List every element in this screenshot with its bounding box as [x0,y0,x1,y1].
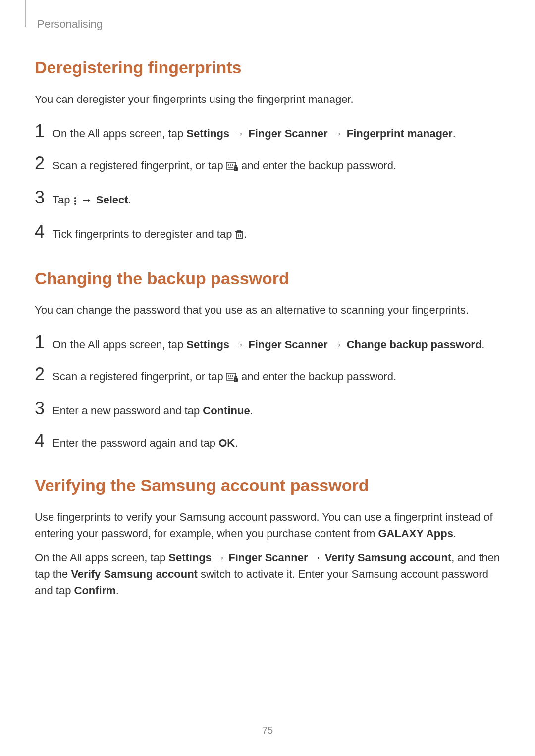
step-text: On the All apps screen, tap [53,127,186,140]
keyboard-lock-icon [226,370,238,387]
section-heading-verifying: Verifying the Samsung account password [35,476,500,495]
section-intro: You can deregister your fingerprints usi… [35,91,500,107]
step-text: Scan a registered fingerprint, or tap [53,370,226,383]
text-run: → [212,552,228,564]
step-text: Tick fingerprints to deregister and tap [53,228,235,240]
step-text: Enter a new password and tap [53,404,203,417]
step-body: Scan a registered fingerprint, or tap [53,155,396,176]
step-bold: Change backup password [347,338,482,351]
step-bold: Continue [203,404,250,417]
step-bold: Select [96,194,128,206]
step-item: 2 Scan a registered fingerprint, or tap [35,154,500,176]
step-body: Tick fingerprints to deregister and tap … [53,224,247,244]
text-run: . [116,584,119,597]
step-text: . [128,194,131,206]
svg-point-10 [74,197,76,199]
step-item: 4 Enter the password again and tap OK. [35,432,500,451]
paragraph: Use fingerprints to verify your Samsung … [35,509,500,542]
chapter-label: Personalising [37,18,500,31]
header-rule [25,0,26,27]
step-number: 1 [35,122,53,140]
step-bold: Finger Scanner [248,127,327,140]
more-vert-icon [73,194,77,210]
section-heading-deregistering: Deregistering fingerprints [35,58,500,77]
section-intro: You can change the password that you use… [35,302,500,318]
steps-list: 1 On the All apps screen, tap Settings →… [35,122,500,244]
step-body: Enter a new password and tap Continue. [53,401,253,419]
step-bold: Finger Scanner [248,338,327,351]
arrow-text: → [328,127,345,140]
step-number: 4 [35,432,53,450]
step-text: . [250,404,253,417]
step-text: . [244,228,247,240]
step-item: 2 Scan a registered fingerprint, or tap [35,365,500,387]
step-number: 2 [35,365,53,383]
bold-run: Verify Samsung account [71,568,198,580]
step-text: Scan a registered fingerprint, or tap [53,159,226,172]
text-run: . [453,527,456,540]
step-text: and enter the backup password. [238,159,396,172]
svg-point-11 [74,200,76,202]
step-body: Enter the password again and tap OK. [53,433,238,451]
step-number: 4 [35,223,53,241]
section-heading-changing: Changing the backup password [35,269,500,288]
paragraph: On the All apps screen, tap Settings → F… [35,550,500,599]
keyboard-lock-icon [226,159,238,176]
step-number: 3 [35,189,53,206]
text-run: → [308,552,324,564]
step-text: . [453,127,456,140]
bold-run: GALAXY Apps [378,527,453,540]
bold-run: Verify Samsung account [325,552,452,564]
svg-point-9 [235,169,236,170]
step-bold: Settings [186,127,229,140]
step-item: 4 Tick fingerprints to deregister and ta… [35,223,500,244]
step-number: 2 [35,154,53,172]
step-item: 1 On the All apps screen, tap Settings →… [35,333,500,353]
steps-list: 1 On the All apps screen, tap Settings →… [35,333,500,451]
svg-point-12 [74,203,76,205]
trash-icon [235,228,244,244]
step-item: 3 Enter a new password and tap Continue. [35,400,500,419]
arrow-text: → [230,127,247,140]
bold-run: Settings [168,552,212,564]
bold-run: Confirm [74,584,116,597]
step-bold: Settings [186,338,229,351]
svg-rect-13 [236,232,242,239]
bold-run: Finger Scanner [228,552,308,564]
arrow-text: → [78,194,95,206]
step-number: 3 [35,400,53,417]
step-text: On the All apps screen, tap [53,338,186,351]
step-item: 1 On the All apps screen, tap Settings →… [35,122,500,142]
arrow-text: → [328,338,345,351]
arrow-text: → [230,338,247,351]
step-item: 3 Tap → Select. [35,189,500,210]
step-bold: OK [218,437,235,449]
step-text: Enter the password again and tap [53,437,218,449]
step-body: On the All apps screen, tap Settings → F… [53,334,484,353]
step-number: 1 [35,333,53,351]
step-text: Tap [53,194,73,206]
svg-rect-15 [238,230,241,232]
step-body: Tap → Select. [53,190,131,210]
step-text: . [482,338,484,351]
text-run: On the All apps screen, tap [35,552,168,564]
page-content: Personalising Deregistering fingerprints… [0,0,535,626]
step-text: . [235,437,238,449]
svg-point-27 [235,380,236,381]
step-body: On the All apps screen, tap Settings → F… [53,123,456,142]
step-body: Scan a registered fingerprint, or tap [53,366,396,387]
step-bold: Fingerprint manager [347,127,453,140]
page-number: 75 [0,725,535,736]
step-text: and enter the backup password. [238,370,396,383]
